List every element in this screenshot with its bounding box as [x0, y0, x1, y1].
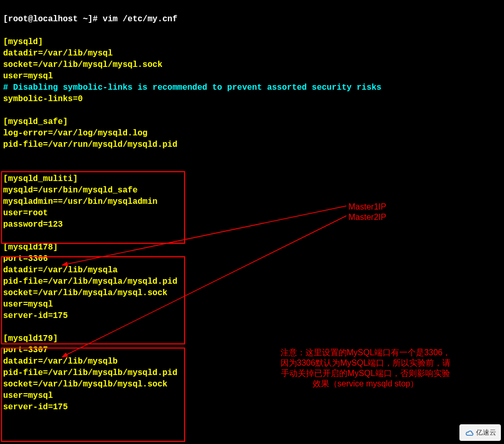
- cfg-section-178: [mysqld178]: [3, 243, 58, 252]
- cfg-section-mysqld: [mysqld]: [3, 37, 43, 47]
- note-line-3: 手动关掉已开启的MySQL端口，否则影响实验: [262, 368, 469, 379]
- note-line-1: 注意：这里设置的MySQL端口有一个是3306，: [262, 348, 469, 358]
- cloud-icon: [465, 429, 474, 436]
- label-master2: Master2IP: [348, 212, 386, 223]
- cfg-179-user: user=mysql: [3, 391, 53, 400]
- cfg-mysqld: mysqld=/usr/bin/mysqld_safe: [3, 186, 137, 195]
- watermark: 亿速云: [459, 424, 501, 441]
- cfg-179-datadir: datadir=/var/lib/mysqlb: [3, 357, 118, 366]
- cfg-178-pid: pid-file=/var/lib/mysqla/mysqld.pid: [3, 277, 177, 286]
- cfg-pidfile: pid-file=/var/run/mysqld/mysqld.pid: [3, 140, 177, 149]
- cfg-symlinks: symbolic-links=0: [3, 94, 83, 104]
- cfg-178-serverid: server-id=175: [3, 311, 68, 321]
- cfg-mpass: password=123: [3, 220, 63, 229]
- annotation-note: 注意：这里设置的MySQL端口有一个是3306， 因为3306默认为MySQL端…: [262, 348, 469, 389]
- cfg-socket: socket=/var/lib/mysql/mysql.sock: [3, 60, 162, 70]
- note-line-4: 效果（service mysqld stop）: [262, 379, 469, 389]
- cfg-datadir: datadir=/var/lib/mysql: [3, 49, 113, 58]
- cfg-mysqladmin: mysqladmin==/usr/bin/mysqladmin: [3, 197, 158, 206]
- cfg-178-datadir: datadir=/var/lib/mysqla: [3, 266, 118, 275]
- cfg-178-user: user=mysql: [3, 300, 53, 309]
- cfg-178-socket: socket=/var/lib/mysqla/mysql.sock: [3, 288, 167, 298]
- cfg-179-socket: socket=/var/lib/mysqlb/mysql.sock: [3, 380, 167, 389]
- cfg-section-multi: [mysqld_muliti]: [3, 174, 78, 184]
- cfg-179-port: port=3307: [3, 345, 48, 355]
- cfg-mroot: user=root: [3, 209, 48, 218]
- cfg-179-pid: pid-file=/var/lib/mysqlb/mysqld.pid: [3, 368, 177, 378]
- cfg-logerror: log-error=/var/log/mysqld.log: [3, 129, 147, 138]
- watermark-text: 亿速云: [476, 427, 496, 438]
- note-line-2: 因为3306默认为MySQL端口，所以实验前，请: [262, 358, 469, 368]
- cfg-section-safe: [mysqld_safe]: [3, 117, 68, 127]
- cfg-178-port: port=3306: [3, 254, 48, 263]
- cfg-comment: # Disabling symbolic-links is recommende…: [3, 83, 382, 92]
- cfg-user: user=mysql: [3, 72, 53, 81]
- cfg-section-179: [mysqld179]: [3, 334, 58, 343]
- cfg-179-serverid: server-id=175: [3, 403, 68, 412]
- label-master1: Master1IP: [348, 201, 386, 213]
- shell-prompt: [root@localhost ~]# vim /etc/my.cnf: [3, 15, 177, 24]
